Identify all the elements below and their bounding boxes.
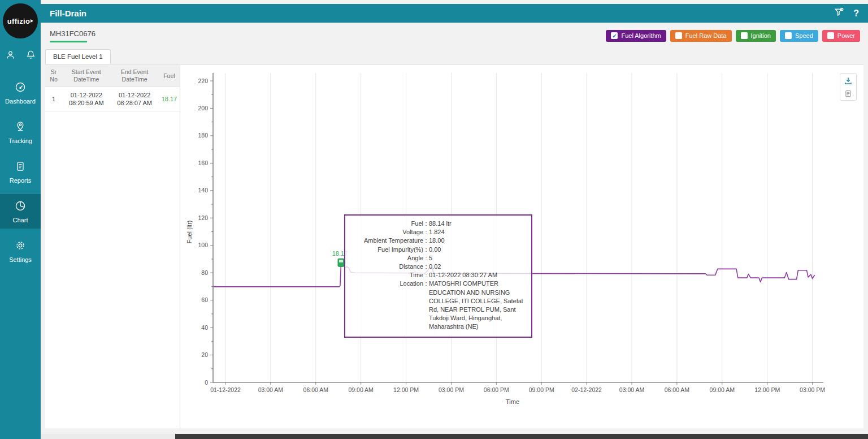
col-start-event: Start Event DateTime	[62, 65, 110, 87]
help-icon[interactable]: ?	[853, 8, 859, 19]
svg-text:120: 120	[198, 214, 208, 221]
svg-text:80: 80	[201, 269, 208, 276]
page-header: Fill-Drain ?	[41, 4, 868, 23]
logo-arrow-icon	[31, 19, 33, 23]
sidebar-item-tracking[interactable]: Tracking	[0, 115, 41, 149]
reports-icon	[15, 165, 26, 174]
vehicle-tab[interactable]: MH31FC0676	[50, 29, 96, 42]
svg-text:140: 140	[198, 187, 208, 193]
sidebar-item-reports[interactable]: Reports	[0, 154, 41, 189]
fuel-chart[interactable]: 01-12-202203:00 AM06:00 AM09:00 AM12:00 …	[180, 65, 863, 428]
tooltip-row: Distance:0.02	[351, 262, 526, 271]
col-sr-no: Sr No	[45, 65, 62, 87]
svg-text:Fuel (ltr): Fuel (ltr)	[186, 221, 193, 244]
download-icon[interactable]	[844, 76, 853, 85]
legend-label: Fuel Algorithm	[621, 32, 661, 39]
legend-button-ignition[interactable]: Ignition	[736, 30, 776, 42]
horizontal-scrollbar	[41, 434, 868, 439]
report-document-icon[interactable]	[844, 89, 852, 98]
svg-text:60: 60	[201, 296, 208, 303]
uffizio-logo[interactable]: uffizio	[3, 3, 38, 38]
unchecked-checkbox-icon[interactable]	[675, 32, 682, 39]
svg-text:220: 220	[198, 78, 208, 84]
tooltip-row: Fuel Impurity(%):0.00	[351, 246, 526, 254]
tab-ble-fuel-level[interactable]: BLE Fuel Level 1	[45, 49, 111, 64]
svg-text:02-12-2022: 02-12-2022	[571, 386, 602, 393]
legend-button-speed[interactable]: Speed	[780, 30, 818, 42]
legend-label: Ignition	[751, 32, 771, 39]
svg-text:200: 200	[198, 105, 208, 111]
svg-text:160: 160	[198, 160, 208, 166]
legend-label: Speed	[795, 32, 813, 39]
svg-text:01-12-2022: 01-12-2022	[210, 386, 241, 393]
svg-text:0: 0	[205, 379, 208, 386]
cell-sr: 1	[45, 87, 62, 111]
main-content: Fill-Drain ? MH31FC0676 ✓Fuel AlgorithmF…	[41, 4, 868, 439]
bell-icon[interactable]	[25, 50, 36, 61]
tooltip-row: Location:MATOSHRI COMPUTER EDUCATION AND…	[351, 279, 526, 331]
svg-text:06:00 PM: 06:00 PM	[484, 386, 509, 393]
legend-button-fuel-algorithm[interactable]: ✓Fuel Algorithm	[606, 30, 666, 42]
svg-text:20: 20	[201, 351, 208, 358]
events-table-pane: Sr No Start Event DateTime End Event Dat…	[45, 65, 180, 428]
svg-text:09:00 AM: 09:00 AM	[348, 386, 373, 393]
svg-text:12:00 PM: 12:00 PM	[754, 386, 780, 393]
col-end-event: End Event DateTime	[110, 65, 158, 87]
cell-end: 01-12-2022 08:28:07 AM	[110, 87, 158, 111]
tooltip-row: Ambient Temperature:18.00	[351, 236, 526, 245]
svg-text:180: 180	[198, 132, 208, 139]
settings-icon	[14, 244, 27, 253]
svg-text:09:00 PM: 09:00 PM	[529, 386, 554, 393]
active-tab-underline	[50, 41, 87, 42]
tooltip-row: Time:01-12-2022 08:30:27 AM	[351, 271, 526, 279]
sidebar-item-settings[interactable]: Settings	[0, 234, 41, 268]
svg-text:03:00 PM: 03:00 PM	[439, 386, 464, 393]
legend-label: Power	[837, 32, 855, 39]
tooltip-row: Fuel:88.14 ltr	[351, 220, 526, 228]
filter-icon[interactable]	[834, 7, 845, 20]
svg-text:Time: Time	[506, 398, 519, 405]
svg-text:12:00 PM: 12:00 PM	[393, 386, 419, 393]
unchecked-checkbox-icon[interactable]	[827, 32, 834, 39]
sidebar-item-label: Chart	[0, 217, 41, 223]
chart-icon	[14, 204, 27, 214]
table-row[interactable]: 1 01-12-2022 08:20:59 AM 01-12-2022 08:2…	[45, 87, 180, 111]
svg-text:09:00 AM: 09:00 AM	[710, 386, 735, 393]
user-icon[interactable]	[5, 50, 16, 61]
cell-fuel: 18.17	[159, 87, 180, 111]
legend-bar: ✓Fuel AlgorithmFuel Raw DataIgnitionSpee…	[606, 30, 860, 42]
content-card: Sr No Start Event DateTime End Event Dat…	[45, 64, 863, 428]
svg-text:40: 40	[201, 324, 208, 331]
chart-export-panel	[840, 73, 857, 101]
sidebar-item-label: Dashboard	[0, 98, 41, 105]
sidebar-item-label: Tracking	[0, 137, 41, 144]
svg-text:100: 100	[198, 242, 208, 248]
sidebar: uffizio DashboardTrackingReportsChartSet…	[0, 0, 41, 439]
tracking-icon	[14, 125, 27, 135]
legend-button-fuel-raw-data[interactable]: Fuel Raw Data	[670, 30, 732, 42]
checked-checkbox-icon[interactable]: ✓	[611, 32, 618, 39]
page-title: Fill-Drain	[41, 8, 86, 18]
svg-text:03:00 PM: 03:00 PM	[800, 386, 825, 393]
cell-start: 01-12-2022 08:20:59 AM	[62, 87, 110, 111]
legend-button-power[interactable]: Power	[822, 30, 860, 42]
fill-events-table: Sr No Start Event DateTime End Event Dat…	[45, 65, 180, 111]
tooltip-row: Voltage:1.824	[351, 228, 526, 236]
unchecked-checkbox-icon[interactable]	[785, 32, 792, 39]
svg-text:03:00 AM: 03:00 AM	[619, 386, 644, 393]
sidebar-item-dashboard[interactable]: Dashboard	[0, 75, 41, 110]
sidebar-item-label: Settings	[0, 256, 41, 263]
tooltip-row: Angle:5	[351, 254, 526, 262]
chart-tooltip: Fuel:88.14 ltrVoltage:1.824Ambient Tempe…	[344, 214, 532, 338]
dashboard-icon	[14, 85, 27, 95]
unchecked-checkbox-icon[interactable]	[741, 32, 748, 39]
col-fuel: Fuel	[159, 65, 180, 87]
vehicle-tab-label: MH31FC0676	[50, 29, 96, 38]
scrollbar-thumb[interactable]	[175, 434, 868, 439]
svg-text:06:00 AM: 06:00 AM	[665, 386, 689, 393]
sidebar-item-chart[interactable]: Chart	[0, 194, 41, 229]
logo-text: uffizio	[7, 17, 30, 25]
svg-text:03:00 AM: 03:00 AM	[258, 386, 283, 393]
sidebar-item-label: Reports	[0, 177, 41, 184]
svg-text:06:00 AM: 06:00 AM	[303, 386, 328, 393]
